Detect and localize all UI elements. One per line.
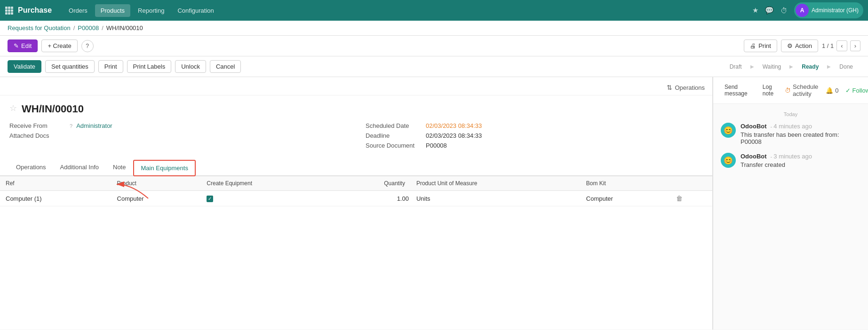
cell-product: Computer — [111, 191, 201, 206]
tab-note[interactable]: Note — [106, 160, 132, 176]
user-name: Administrator (GH) — [812, 7, 859, 14]
gear-icon: ⚙ — [787, 42, 793, 49]
scheduled-date-label: Scheduled Date — [366, 122, 422, 129]
action-button[interactable]: ⚙ Action — [781, 39, 818, 52]
source-document-label: Source Document — [366, 142, 422, 149]
nav-products[interactable]: Products — [95, 4, 130, 17]
svg-rect-7 — [8, 12, 10, 15]
delete-row-icon[interactable]: 🗑 — [676, 195, 683, 202]
edit-icon: ✎ — [14, 42, 19, 49]
following-button[interactable]: ✓ Following — [845, 87, 868, 94]
print-label: Print — [758, 42, 771, 49]
msg-text-2: Transfer created — [741, 161, 812, 168]
tab-operations[interactable]: Operations — [9, 160, 53, 176]
top-nav-right: ★ 💬 ⏱ A Administrator (GH) — [752, 2, 863, 18]
breadcrumb-sep-1: / — [73, 24, 75, 31]
scheduled-date-field: Scheduled Date 02/03/2023 08:34:33 — [366, 121, 703, 131]
breadcrumb-current: WH/IN/00010 — [106, 24, 143, 31]
create-button[interactable]: + Create — [41, 39, 77, 52]
tab-main-equipments[interactable]: Main Equipments — [133, 160, 195, 176]
status-flow: Draft ▶ Waiting ▶ Ready ▶ Done — [722, 62, 860, 72]
scheduled-date-value[interactable]: 02/03/2023 08:34:33 — [426, 122, 482, 129]
tab-additional-info[interactable]: Additional Info — [54, 160, 105, 176]
col-bom-kit: Bom Kit — [581, 176, 670, 191]
status-waiting: Waiting — [755, 62, 789, 72]
favorite-star-icon[interactable]: ☆ — [9, 103, 17, 113]
clock-nav-icon[interactable]: ⏱ — [780, 7, 788, 15]
col-actions — [670, 176, 712, 191]
followers-count[interactable]: 🔔 0 — [826, 87, 838, 94]
send-message-button[interactable]: Send message — [721, 82, 751, 99]
source-document-value: P00008 — [426, 142, 447, 149]
print-button[interactable]: 🖨 Print — [744, 39, 777, 52]
info-button[interactable]: ? — [81, 40, 94, 52]
col-unit: Product Unit of Measure — [411, 176, 581, 191]
breadcrumb-rfq[interactable]: Requests for Quotation — [8, 24, 71, 31]
source-document-field: Source Document P00008 — [366, 141, 703, 150]
validate-button[interactable]: Validate — [8, 60, 41, 73]
breadcrumb-sep-2: / — [102, 24, 104, 31]
nav-reporting[interactable]: Reporting — [132, 4, 170, 17]
action-bar: ✎ Edit + Create ? 🖨 Print ⚙ Action 1 / 1… — [0, 36, 868, 56]
msg-header-1: OdooBot - 4 minutes ago — [741, 123, 860, 130]
svg-rect-8 — [11, 12, 13, 15]
print-status-button[interactable]: Print — [98, 60, 123, 73]
app-grid-icon[interactable] — [5, 6, 13, 15]
nav-orders[interactable]: Orders — [63, 4, 93, 17]
set-quantities-button[interactable]: Set quantities — [45, 60, 95, 73]
status-done: Done — [832, 62, 860, 72]
msg-sender-1: OdooBot — [741, 123, 767, 130]
schedule-clock-icon: ⏱ — [785, 87, 791, 94]
cell-create-equipment[interactable]: ✓ — [201, 191, 334, 206]
log-note-button[interactable]: Log note — [759, 82, 777, 99]
user-menu[interactable]: A Administrator (GH) — [794, 2, 863, 18]
prev-page-button[interactable]: ‹ — [836, 40, 847, 51]
doc-fields: Receive From ? Administrator Attached Do… — [0, 121, 712, 156]
create-equipment-checkbox[interactable]: ✓ — [207, 196, 213, 202]
msg-content-2: OdooBot - 3 minutes ago Transfer created — [741, 153, 812, 168]
receive-from-value[interactable]: Administrator — [76, 122, 112, 129]
top-navigation: Purchase Orders Products Reporting Confi… — [0, 0, 868, 21]
status-arrow-1: ▶ — [750, 64, 754, 69]
cell-ref: Computer (1) — [0, 191, 111, 206]
pagination: 1 / 1 ‹ › — [822, 40, 860, 51]
breadcrumb: Requests for Quotation / P00008 / WH/IN/… — [0, 21, 868, 36]
operations-button[interactable]: ⇅ Operations — [667, 82, 705, 95]
next-page-button[interactable]: › — [850, 40, 860, 51]
deadline-label: Deadline — [366, 132, 422, 139]
edit-button[interactable]: ✎ Edit — [8, 39, 38, 52]
print-icon: 🖨 — [750, 42, 756, 49]
odoobot-avatar-2: 😊 — [721, 153, 736, 168]
today-divider: Today — [721, 111, 860, 117]
receive-from-help-icon[interactable]: ? — [70, 123, 72, 129]
unlock-button[interactable]: Unlock — [175, 60, 206, 73]
cell-unit: Units — [411, 191, 581, 206]
msg-text-1: This transfer has been created from: P00… — [741, 131, 860, 145]
status-bar: Validate Set quantities Print Print Labe… — [0, 56, 868, 77]
document-tabs: Operations Additional Info Note Main Equ… — [0, 160, 712, 176]
nav-links: Orders Products Reporting Configuration — [63, 4, 752, 17]
table-row: Computer (1) Computer ✓ 1.00 Units Compu… — [0, 191, 712, 206]
cell-bom-kit: Computer — [581, 191, 670, 206]
cancel-button[interactable]: Cancel — [210, 60, 241, 73]
col-create-equipment: Create Equipment — [201, 176, 334, 191]
cell-delete[interactable]: 🗑 — [670, 191, 712, 206]
attached-docs-field: Attached Docs — [9, 131, 347, 141]
svg-rect-1 — [8, 7, 10, 9]
deadline-value[interactable]: 02/03/2023 08:34:33 — [426, 132, 482, 139]
star-icon[interactable]: ★ — [752, 6, 758, 15]
chat-icon[interactable]: 💬 — [765, 6, 774, 15]
cell-quantity: 1.00 — [334, 191, 411, 206]
chat-message-2: 😊 OdooBot - 3 minutes ago Transfer creat… — [721, 153, 860, 168]
print-labels-button[interactable]: Print Labels — [127, 60, 172, 73]
svg-rect-6 — [5, 12, 8, 15]
doc-title: WH/IN/00010 — [22, 103, 84, 115]
odoobot-avatar-1: 😊 — [721, 123, 736, 138]
breadcrumb-p00008[interactable]: P00008 — [78, 24, 99, 31]
app-name[interactable]: Purchase — [18, 6, 52, 15]
svg-rect-0 — [5, 7, 8, 9]
schedule-activity-button[interactable]: ⏱ Schedule activity — [785, 83, 818, 97]
nav-configuration[interactable]: Configuration — [172, 4, 219, 17]
left-panel: ⇅ Operations ☆ WH/IN/00010 Receive From … — [0, 77, 713, 330]
avatar: A — [796, 4, 809, 17]
